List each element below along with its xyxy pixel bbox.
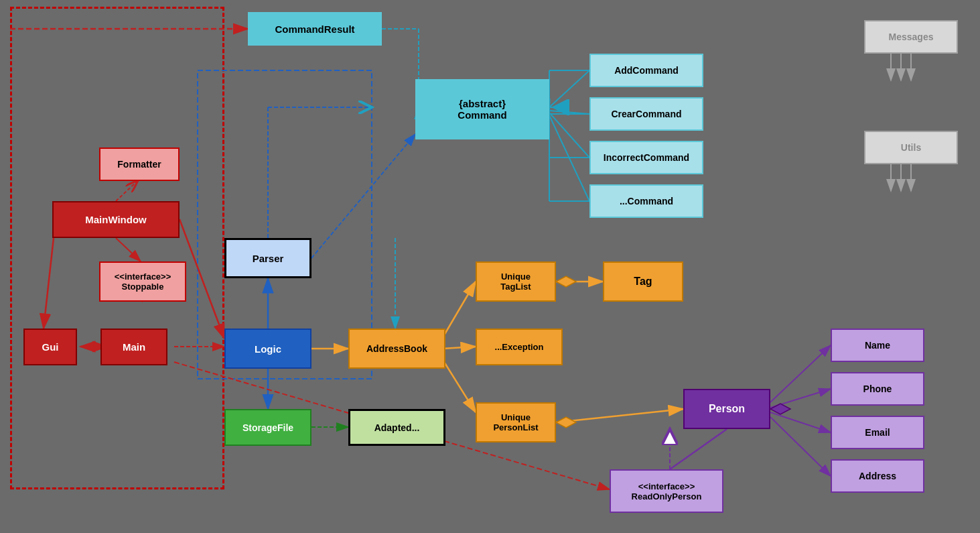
messages-node[interactable]: Messages [864,20,958,54]
read-only-person-node[interactable]: <<interface>>ReadOnlyPerson [610,469,723,513]
crear-command-node[interactable]: CrearCommand [589,97,703,131]
email-node[interactable]: Email [831,416,924,449]
svg-line-44 [770,412,831,432]
address-node[interactable]: Address [831,459,924,493]
svg-line-29 [311,134,415,258]
stoppable-node[interactable]: <<interface>>Stoppable [99,261,186,302]
svg-line-43 [770,389,831,408]
unique-tag-list-node[interactable]: UniqueTagList [476,261,556,302]
abstract-command-node[interactable]: {abstract}Command [415,79,549,139]
logic-node[interactable]: Logic [224,329,311,369]
svg-line-42 [770,345,831,402]
svg-marker-46 [770,404,790,414]
svg-marker-41 [556,417,576,428]
main-node[interactable]: Main [100,329,167,365]
person-node[interactable]: Person [683,389,770,429]
svg-line-37 [442,359,476,412]
add-command-node[interactable]: AddCommand [589,54,703,87]
dot-command-node[interactable]: ...Command [589,184,703,218]
command-result-node[interactable]: CommandResult [248,12,382,46]
svg-line-51 [116,181,137,201]
diagram-container: CommandResult {abstract}Command AddComma… [0,0,980,533]
red-bounding-box [10,7,224,489]
exception-node[interactable]: ...Exception [476,329,563,365]
adapted-node[interactable]: Adapted... [348,409,445,446]
svg-line-36 [442,347,476,349]
svg-line-35 [442,282,476,339]
unique-person-list-node[interactable]: UniquePersonList [476,402,556,442]
tag-node[interactable]: Tag [603,261,683,302]
address-book-node[interactable]: AddressBook [348,329,445,369]
formatter-node[interactable]: Formatter [99,147,180,181]
storage-file-node[interactable]: StorageFile [224,409,311,446]
svg-line-18 [549,111,589,114]
name-node[interactable]: Name [831,329,924,362]
svg-line-52 [116,238,141,261]
svg-line-56 [180,219,224,339]
svg-line-17 [549,70,589,107]
svg-line-20 [549,115,589,201]
gui-node[interactable]: Gui [23,329,77,365]
svg-marker-39 [556,276,576,287]
incorrect-command-node[interactable]: IncorrectCommand [589,141,703,174]
svg-line-19 [549,113,589,158]
svg-line-40 [556,409,683,422]
svg-line-57 [44,238,54,329]
svg-line-48 [670,429,727,469]
phone-node[interactable]: Phone [831,372,924,406]
main-window-node[interactable]: MainWindow [52,201,180,238]
parser-node[interactable]: Parser [224,238,311,278]
utils-node[interactable]: Utils [864,131,958,164]
svg-line-45 [770,417,831,476]
